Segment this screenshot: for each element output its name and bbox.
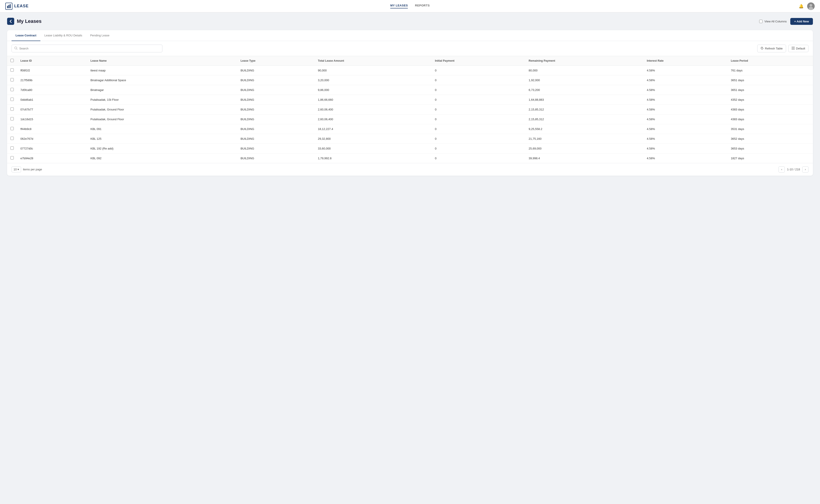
page-title: My Leases [17, 18, 41, 24]
chevron-down-icon: ▾ [18, 168, 19, 171]
search-input[interactable] [19, 47, 160, 50]
table-row: 07727d0c KBL 192 (Re add) BUILDING 33,60… [7, 144, 813, 153]
row-select-checkbox[interactable] [10, 68, 14, 72]
main-card: Lease Contract Lease Liability & ROU Det… [7, 30, 813, 176]
row-interest-rate: 4.58% [643, 95, 727, 104]
row-select-checkbox[interactable] [10, 88, 14, 91]
row-lease-type: BUILDING [237, 144, 314, 153]
col-lease-type: Lease Type [237, 56, 314, 65]
brand-logo[interactable]: LEASE [5, 3, 29, 10]
row-total-lease-amount: 1,79,992.8 [314, 153, 431, 163]
table-row: 062e767d KBL 125 BUILDING 29,32,800 0 21… [7, 134, 813, 144]
row-select-checkbox[interactable] [10, 146, 14, 150]
row-checkbox[interactable] [7, 75, 17, 85]
refresh-icon [761, 47, 764, 50]
items-per-page-select[interactable]: 10 ▾ [12, 166, 21, 172]
view-all-columns-label[interactable]: View All Columns [759, 20, 786, 23]
row-total-lease-amount: 3,20,000 [314, 75, 431, 85]
row-remaining-payment: 25,69,000 [525, 144, 643, 153]
brand-icon [5, 3, 12, 10]
col-lease-name: Lease Name [87, 56, 237, 65]
row-lease-id: e7b94e28 [17, 153, 87, 163]
brand-name: LEASE [14, 4, 29, 8]
row-lease-name: KBL 192 (Re add) [87, 144, 237, 153]
row-select-checkbox[interactable] [10, 98, 14, 101]
row-checkbox[interactable] [7, 134, 17, 144]
row-remaining-payment: 2,15,85,312 [525, 104, 643, 114]
next-page-button[interactable]: › [802, 166, 808, 173]
prev-page-button[interactable]: ‹ [779, 166, 785, 173]
row-remaining-payment: 1,64,88,883 [525, 95, 643, 104]
menu-icon [792, 47, 795, 50]
row-total-lease-amount: 1,86,66,660 [314, 95, 431, 104]
row-lease-period: 3653 days [727, 144, 813, 153]
avatar[interactable] [807, 2, 815, 10]
row-lease-name: Putalisadak, Ground Floor [87, 104, 237, 114]
tab-pending-lease[interactable]: Pending Lease [86, 30, 113, 41]
back-button[interactable] [7, 18, 14, 25]
navbar: LEASE MY LEASES REPORTS 🔔 [0, 0, 820, 12]
row-select-checkbox[interactable] [10, 107, 14, 111]
row-select-checkbox[interactable] [10, 117, 14, 120]
row-select-checkbox[interactable] [10, 137, 14, 140]
row-select-checkbox[interactable] [10, 127, 14, 130]
row-lease-name: tteest maap [87, 65, 237, 75]
default-view-button[interactable]: Default [788, 45, 808, 52]
row-initial-payment: 0 [431, 144, 525, 153]
row-interest-rate: 4.58% [643, 114, 727, 124]
row-checkbox[interactable] [7, 104, 17, 114]
row-interest-rate: 4.58% [643, 75, 727, 85]
row-lease-period: 3531 days [727, 124, 813, 134]
row-lease-id: 07727d0c [17, 144, 87, 153]
row-total-lease-amount: 18,12,227.4 [314, 124, 431, 134]
notification-bell-icon[interactable]: 🔔 [799, 4, 804, 9]
navbar-center: MY LEASES REPORTS [390, 4, 430, 8]
row-checkbox[interactable] [7, 153, 17, 163]
row-total-lease-amount: 90,000 [314, 65, 431, 75]
row-lease-id: 07c67b77 [17, 104, 87, 114]
row-initial-payment: 0 [431, 75, 525, 85]
search-icon [14, 47, 18, 50]
page-header-left: My Leases [7, 18, 41, 25]
row-lease-type: BUILDING [237, 134, 314, 144]
svg-rect-2 [10, 4, 11, 8]
row-interest-rate: 4.58% [643, 104, 727, 114]
row-lease-period: 761 days [727, 65, 813, 75]
nav-my-leases[interactable]: MY LEASES [390, 4, 408, 8]
row-lease-period: 1827 days [727, 153, 813, 163]
row-lease-type: BUILDING [237, 124, 314, 134]
table-row: 217f589b Biratnagar Additional Space BUI… [7, 75, 813, 85]
row-checkbox[interactable] [7, 114, 17, 124]
nav-reports[interactable]: REPORTS [415, 4, 430, 8]
row-remaining-payment: 39,998.4 [525, 153, 643, 163]
row-remaining-payment: 21,75,160 [525, 134, 643, 144]
tab-lease-contract[interactable]: Lease Contract [12, 30, 40, 41]
row-select-checkbox[interactable] [10, 156, 14, 159]
row-lease-name: Biratnagar Additional Space [87, 75, 237, 85]
add-new-button[interactable]: + Add New [790, 18, 813, 25]
row-lease-name: Biratnagar [87, 85, 237, 95]
page-info: 1-10 / 218 [787, 168, 800, 171]
row-lease-type: BUILDING [237, 114, 314, 124]
row-interest-rate: 4.58% [643, 85, 727, 95]
row-lease-period: 3652 days [727, 134, 813, 144]
row-checkbox[interactable] [7, 85, 17, 95]
row-total-lease-amount: 9,86,000 [314, 85, 431, 95]
default-label: Default [796, 47, 805, 50]
row-lease-period: 4383 days [727, 114, 813, 124]
row-checkbox[interactable] [7, 65, 17, 75]
row-interest-rate: 4.58% [643, 153, 727, 163]
select-all-checkbox[interactable] [10, 59, 14, 62]
view-all-columns-checkbox[interactable] [759, 20, 763, 23]
col-checkbox [7, 56, 17, 65]
row-select-checkbox[interactable] [10, 78, 14, 81]
refresh-table-label: Refresh Table [765, 47, 783, 50]
table-row: ff44b9c8 KBL 091 BUILDING 18,12,227.4 0 … [7, 124, 813, 134]
refresh-table-button[interactable]: Refresh Table [757, 45, 786, 52]
row-checkbox[interactable] [7, 95, 17, 104]
row-checkbox[interactable] [7, 144, 17, 153]
row-lease-type: BUILDING [237, 65, 314, 75]
tab-lease-liability-rou[interactable]: Lease Liability & ROU Details [40, 30, 86, 41]
row-checkbox[interactable] [7, 124, 17, 134]
search-box[interactable] [12, 45, 162, 52]
